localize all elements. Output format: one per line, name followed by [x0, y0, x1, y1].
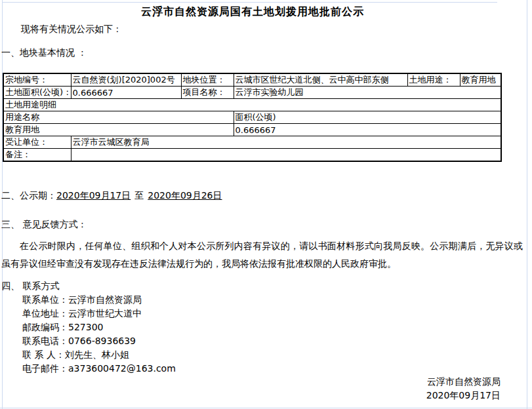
contact-phone-label: 联系电话：	[22, 336, 68, 346]
land-use-value: 教育用地	[460, 73, 501, 87]
period-prefix: 二、公示期：	[1, 190, 56, 201]
table-row: 土地用途明细	[3, 99, 501, 111]
contact-email-label: 电子邮件：	[22, 363, 68, 374]
contact-person-value: 刘先生、林小姐	[65, 349, 129, 360]
section1-heading: 一、地块基本情况 ：	[1, 47, 87, 59]
contact-address-value: 云浮市世纪大道中	[68, 308, 142, 319]
project-label: 项目名称：	[181, 87, 234, 99]
signature-block: 云浮市自然资源局 2020年09月17日	[0, 375, 501, 402]
contact-row-address: 单位地址：云浮市世纪大道中	[22, 307, 176, 321]
contact-phone-value: 0766-8936639	[68, 336, 136, 346]
grantee-value: 云浮市云城区教育局	[71, 136, 501, 149]
contact-unit-value: 云浮市自然资源局	[68, 294, 142, 305]
parcel-no-value: 云自然资(划)[2020]002号	[71, 73, 181, 87]
use-detail-heading: 土地用途明细	[3, 99, 501, 111]
publicity-period-line: 二、公示期：2020年09月17日至2020年09月26日	[1, 190, 222, 202]
contact-row-unit: 联系单位：云浮市自然资源局	[22, 293, 176, 307]
section3-heading: 三、 意见反馈方式：	[1, 219, 87, 231]
notice-page: 云浮市自然资源局国有土地划拨用地批前公示 现将有关情况公示如下： 一、地块基本情…	[0, 0, 532, 409]
area-label: 土地面积(公顷)：	[3, 87, 71, 99]
table-row: 教育用地 0.666667	[3, 124, 501, 136]
parcel-no-label: 宗地编号：	[3, 73, 71, 87]
contact-unit-label: 联系单位：	[22, 294, 68, 305]
table-row: 土地面积(公顷)： 0.666667 项目名称： 云浮市实验幼儿园	[3, 87, 501, 99]
land-use-label: 土地用途：	[407, 73, 460, 87]
contact-block: 联系单位：云浮市自然资源局 单位地址：云浮市世纪大道中 邮政编码：527300 …	[22, 293, 176, 376]
use-area-header: 面积(公顷)	[234, 111, 501, 124]
page-right-border	[527, 0, 527, 409]
location-label: 地块位置：	[181, 73, 234, 87]
use-name-header: 用途名称	[3, 111, 234, 124]
remark-value	[71, 149, 501, 162]
page-title: 云浮市自然资源局国有土地划拨用地批前公示	[0, 5, 505, 19]
page-bottom-border	[0, 408, 532, 408]
table-row: 用途名称 面积(公顷)	[3, 111, 501, 124]
page-left-border	[2, 0, 3, 409]
contact-person-label: 联 系 人：	[22, 349, 65, 360]
area-value: 0.666667	[71, 87, 181, 99]
section4-heading: 四、 联系方式	[1, 281, 59, 292]
use-name-value: 教育用地	[3, 124, 234, 136]
location-value: 云城市区世纪大道北侧、云中高中部东侧	[234, 73, 407, 87]
grantee-label: 受让单位：	[3, 136, 71, 149]
contact-row-postcode: 邮政编码：527300	[22, 321, 176, 334]
contact-postcode-value: 527300	[68, 322, 103, 332]
table-row: 备注：	[3, 149, 501, 162]
contact-row-phone: 联系电话：0766-8936639	[22, 334, 176, 348]
contact-postcode-label: 邮政编码：	[22, 322, 68, 332]
table-row: 受让单位： 云浮市云城区教育局	[3, 136, 501, 149]
contact-row-person: 联 系 人：刘先生、林小姐	[22, 348, 176, 362]
contact-row-email: 电子邮件：a373600472@163.com	[22, 362, 176, 376]
remark-label: 备注：	[3, 149, 71, 162]
signature-org: 云浮市自然资源局	[0, 375, 501, 389]
contact-address-label: 单位地址：	[22, 308, 68, 319]
project-value: 云浮市实验幼儿园	[234, 87, 501, 99]
feedback-paragraph: 在公示时限内，任何单位、组织和个人对本公示所列内容有异议的，请以书面材料形式向我…	[1, 237, 523, 273]
land-info-table: 宗地编号： 云自然资(划)[2020]002号 地块位置： 云城市区世纪大道北侧…	[3, 73, 502, 162]
period-separator: 至	[131, 190, 148, 201]
period-start-date: 2020年09月17日	[56, 190, 131, 201]
period-end-date: 2020年09月26日	[148, 190, 222, 201]
page-top-border	[2, 2, 497, 3]
contact-email-value: a373600472@163.com	[68, 363, 176, 374]
signature-date: 2020年09月17日	[0, 389, 501, 402]
use-area-value: 0.666667	[234, 124, 501, 136]
table-row: 宗地编号： 云自然资(划)[2020]002号 地块位置： 云城市区世纪大道北侧…	[3, 73, 501, 87]
intro-text: 现将有关情况公示如下：	[21, 24, 122, 35]
